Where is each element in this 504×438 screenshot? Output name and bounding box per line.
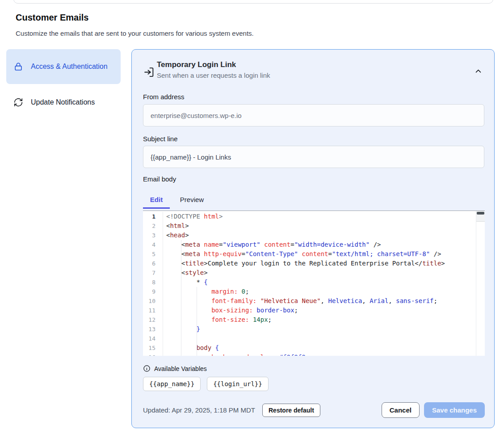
code-editor[interactable]: 1<!DOCTYPE html>2<html>3<head>4 <meta na… [143, 211, 485, 356]
code-line: 13 } [143, 324, 485, 334]
code-line: 4 <meta name="viewport" content="width=d… [143, 240, 485, 249]
indent-guide [197, 287, 197, 356]
sidebar-item-access-authentication[interactable]: Access & Authentication [6, 49, 121, 84]
from-address-label: From address [143, 93, 185, 101]
code-line-text: <head> [163, 231, 189, 240]
sidebar-item-label: Access & Authentication [31, 61, 108, 72]
lock-icon [13, 62, 23, 72]
code-line-text: <meta http-equiv="Content-Type" content=… [163, 249, 441, 259]
tab-edit[interactable]: Edit [143, 193, 170, 209]
variable-chip[interactable]: {{app_name}} [143, 377, 201, 391]
line-number: 16 [143, 353, 163, 356]
code-line-text: <style> [163, 268, 208, 278]
code-line-text: * { [163, 278, 208, 287]
code-line: 12 font-size: 14px; [143, 315, 485, 324]
login-icon [143, 67, 155, 78]
code-line: 1<!DOCTYPE html> [143, 212, 485, 221]
chevron-up-icon [475, 67, 482, 75]
refresh-icon [13, 97, 23, 107]
page-title: Customer Emails [16, 13, 88, 23]
line-number: 1 [143, 212, 163, 221]
line-number: 9 [143, 287, 163, 296]
sidebar-item-label: Update Notifications [31, 97, 95, 108]
code-line: 8 * { [143, 278, 485, 287]
line-number: 13 [143, 324, 163, 334]
line-number: 2 [143, 221, 163, 231]
code-line: 5 <meta http-equiv="Content-Type" conten… [143, 249, 485, 259]
line-number: 10 [143, 296, 163, 306]
subject-line-input[interactable] [143, 146, 484, 168]
available-variables-row: Available Variables [143, 365, 207, 372]
code-line-text: background-color: #f9f9f9; [163, 353, 309, 356]
email-body-tabs: Edit Preview [143, 193, 214, 209]
code-line-text: font-family: "Helvetica Neue", Helvetica… [163, 296, 437, 306]
code-line-text: <meta name="viewport" content="width=dev… [163, 240, 381, 249]
scrollbar-thumb[interactable] [477, 212, 484, 215]
sidebar-item-update-notifications[interactable]: Update Notifications [6, 92, 121, 113]
code-line: 3<head> [143, 231, 485, 240]
email-body-label: Email body [143, 175, 176, 183]
card-subtitle: Sent when a user requests a login link [157, 72, 270, 79]
variable-chip[interactable]: {{login_url}} [207, 377, 269, 391]
code-line: 11 box-sizing: border-box; [143, 306, 485, 315]
line-number: 6 [143, 259, 163, 268]
code-line: 9 margin: 0; [143, 287, 485, 296]
info-icon [143, 365, 151, 372]
code-line: 14 [143, 334, 485, 343]
code-line-text: font-size: 14px; [163, 315, 272, 324]
line-number: 7 [143, 268, 163, 278]
code-line: 10 font-family: "Helvetica Neue", Helvet… [143, 296, 485, 306]
line-number: 15 [143, 343, 163, 353]
collapse-button[interactable] [471, 65, 485, 77]
line-number: 11 [143, 306, 163, 315]
code-line: 15 body { [143, 343, 485, 353]
updated-timestamp: Updated: Apr 29, 2025, 1:18 PM MDT [143, 406, 255, 414]
code-line-text: box-sizing: border-box; [163, 306, 298, 315]
code-line-text: <!DOCTYPE html> [163, 212, 223, 221]
indent-guide [181, 240, 181, 356]
available-variables-label: Available Variables [154, 365, 207, 372]
code-line: 6 <title>Complete your login to the Repl… [143, 259, 485, 268]
sidebar: Access & Authentication Update Notificat… [6, 49, 121, 113]
variable-chips: {{app_name}}{{login_url}} [143, 377, 269, 391]
from-address-input[interactable] [143, 104, 484, 126]
line-number: 3 [143, 231, 163, 240]
code-line: 16 background-color: #f9f9f9; [143, 353, 485, 356]
card-footer: Updated: Apr 29, 2025, 1:18 PM MDT Resto… [143, 402, 485, 418]
code-line: 2<html> [143, 221, 485, 231]
code-line-text: margin: 0; [163, 287, 249, 296]
line-number: 8 [143, 278, 163, 287]
line-number: 12 [143, 315, 163, 324]
tab-preview[interactable]: Preview [170, 193, 214, 209]
editor-scrollbar[interactable] [476, 211, 485, 356]
email-template-card: Temporary Login Link Sent when a user re… [131, 49, 495, 428]
line-number: 4 [143, 240, 163, 249]
card-title: Temporary Login Link [157, 60, 270, 69]
code-line-text [163, 334, 166, 343]
code-line-text: <title>Complete your login to the Replic… [163, 259, 445, 268]
save-changes-button[interactable]: Save changes [424, 402, 485, 418]
subject-line-label: Subject line [143, 135, 178, 143]
code-line-text: <html> [163, 221, 189, 231]
line-number: 5 [143, 249, 163, 259]
code-line-text: body { [163, 343, 219, 353]
cancel-button[interactable]: Cancel [382, 402, 420, 418]
line-number: 14 [143, 334, 163, 343]
code-line: 7 <style> [143, 268, 485, 278]
previous-card-bottom-edge [13, 0, 493, 4]
page-description: Customize the emails that are sent to yo… [16, 29, 254, 37]
restore-default-button[interactable]: Restore default [262, 404, 320, 417]
